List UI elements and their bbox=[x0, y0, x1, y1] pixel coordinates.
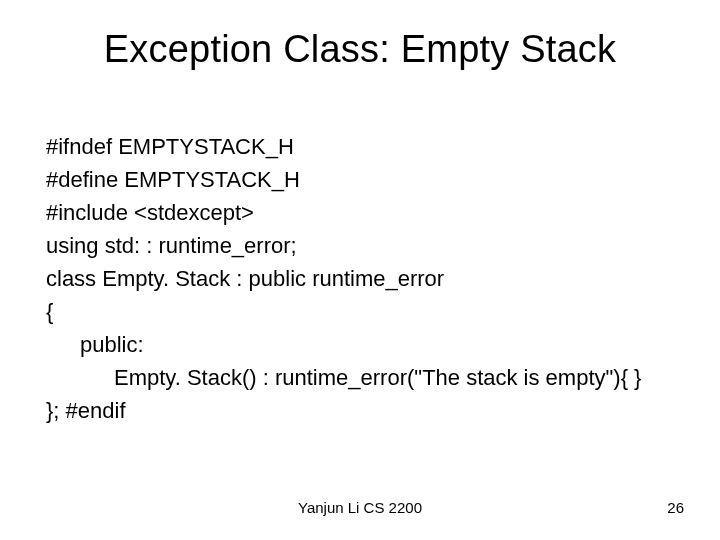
code-line: class Empty. Stack : public runtime_erro… bbox=[46, 262, 674, 295]
code-line: #include <stdexcept> bbox=[46, 196, 674, 229]
code-block: #ifndef EMPTYSTACK_H #define EMPTYSTACK_… bbox=[46, 130, 674, 427]
code-line: { bbox=[46, 295, 674, 328]
slide-title: Exception Class: Empty Stack bbox=[0, 0, 720, 71]
code-line: #define EMPTYSTACK_H bbox=[46, 163, 674, 196]
footer-author: Yanjun Li CS 2200 bbox=[0, 499, 720, 516]
code-line: Empty. Stack() : runtime_error("The stac… bbox=[46, 361, 674, 394]
code-line: }; #endif bbox=[46, 394, 674, 427]
code-line: #ifndef EMPTYSTACK_H bbox=[46, 130, 674, 163]
code-line: public: bbox=[46, 328, 674, 361]
page-number: 26 bbox=[667, 499, 684, 516]
slide: Exception Class: Empty Stack #ifndef EMP… bbox=[0, 0, 720, 540]
code-line: using std: : runtime_error; bbox=[46, 229, 674, 262]
